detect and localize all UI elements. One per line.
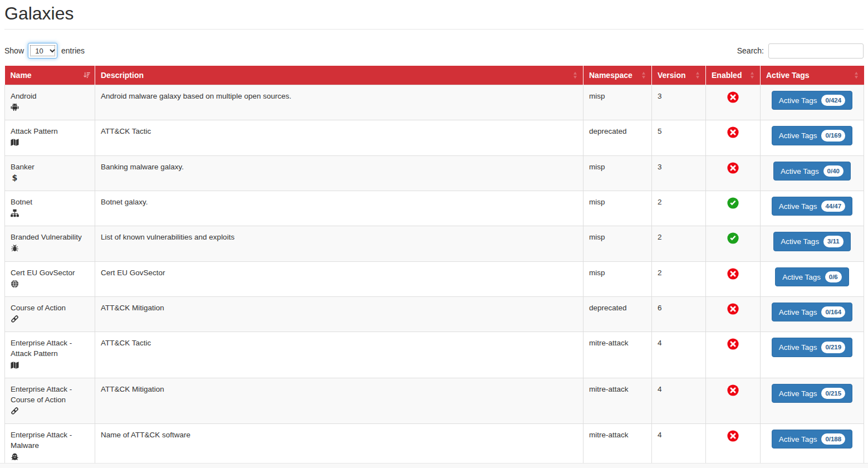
- galaxies-table: Name Description Namespace Version Enabl…: [4, 66, 864, 468]
- active-tags-button[interactable]: Active Tags 0/164: [772, 303, 852, 321]
- map-icon: [11, 138, 19, 147]
- search-control: Search:: [737, 43, 864, 58]
- active-tags-button[interactable]: Active Tags 0/219: [772, 338, 852, 357]
- active-tags-count-badge: 0/219: [821, 342, 845, 353]
- description-cell: ATT&CK Mitigation: [95, 378, 583, 423]
- galaxy-name[interactable]: Banker: [11, 162, 89, 172]
- column-header-enabled[interactable]: Enabled: [706, 66, 761, 85]
- namespace-cell: mitre-attack: [583, 378, 652, 423]
- active-tags-button-label: Active Tags: [779, 131, 820, 140]
- enabled-cell: [706, 85, 761, 120]
- galaxy-name[interactable]: Attack Pattern: [11, 126, 89, 136]
- disabled-cross-icon[interactable]: [727, 91, 739, 103]
- disabled-cross-icon[interactable]: [727, 338, 739, 350]
- namespace-cell: deprecated: [583, 120, 652, 155]
- map-icon: [11, 361, 19, 369]
- column-header-name[interactable]: Name: [5, 66, 95, 85]
- enabled-cell: [706, 424, 761, 468]
- sort-both-icon: [852, 71, 860, 79]
- galaxy-description: ATT&CK Tactic: [101, 127, 151, 135]
- name-cell: Enterprise Attack - Course of Action: [5, 378, 95, 423]
- name-cell: Course of Action: [5, 296, 95, 332]
- disabled-cross-icon[interactable]: [727, 303, 739, 315]
- enabled-cell: [706, 378, 761, 423]
- namespace-cell: mitre-attack: [583, 332, 652, 378]
- column-header-namespace[interactable]: Namespace: [583, 66, 652, 85]
- galaxy-description: ATT&CK Mitigation: [101, 304, 164, 312]
- galaxy-description: ATT&CK Tactic: [101, 339, 151, 347]
- enabled-check-icon[interactable]: [727, 232, 739, 244]
- active-tags-cell: Active Tags 3/11: [761, 226, 864, 261]
- galaxy-namespace: misp: [589, 269, 605, 277]
- galaxy-name[interactable]: Enterprise Attack - Malware: [11, 430, 89, 451]
- namespace-cell: mitre-attack: [583, 424, 652, 468]
- enabled-cell: [706, 191, 761, 226]
- galaxy-namespace: misp: [589, 233, 605, 241]
- sort-both-icon: [748, 71, 756, 79]
- active-tags-cell: Active Tags 0/424: [761, 85, 864, 120]
- description-cell: Botnet galaxy.: [95, 191, 583, 226]
- active-tags-button-label: Active Tags: [782, 273, 823, 281]
- sort-both-icon: [694, 71, 702, 79]
- galaxy-name[interactable]: Botnet: [11, 197, 89, 207]
- globe-icon: [11, 280, 19, 288]
- galaxy-namespace: mitre-attack: [589, 385, 629, 393]
- active-tags-count-badge: 0/424: [821, 95, 845, 106]
- disabled-cross-icon[interactable]: [727, 126, 739, 138]
- active-tags-count-badge: 0/169: [821, 130, 845, 141]
- column-header-version[interactable]: Version: [652, 66, 706, 85]
- disabled-cross-icon[interactable]: [727, 384, 739, 396]
- column-header-active-tags[interactable]: Active Tags: [761, 66, 864, 85]
- namespace-cell: misp: [583, 155, 652, 191]
- enabled-check-icon[interactable]: [727, 197, 739, 209]
- description-cell: ATT&CK Tactic: [95, 332, 583, 378]
- galaxy-version: 2: [658, 269, 662, 277]
- galaxy-description: Name of ATT&CK software: [101, 431, 190, 439]
- bug-icon: [11, 244, 19, 252]
- active-tags-button[interactable]: Active Tags 44/47: [772, 197, 852, 216]
- column-header-label: Active Tags: [766, 71, 810, 80]
- column-header-label: Description: [101, 71, 144, 80]
- galaxy-name[interactable]: Cert EU GovSector: [11, 267, 89, 278]
- disabled-cross-icon[interactable]: [727, 162, 739, 174]
- galaxy-name[interactable]: Enterprise Attack - Course of Action: [11, 384, 89, 405]
- table-header-row: Name Description Namespace Version Enabl…: [5, 66, 864, 85]
- entries-label: entries: [61, 46, 85, 55]
- active-tags-button[interactable]: Active Tags 0/6: [775, 267, 849, 286]
- galaxy-name[interactable]: Course of Action: [11, 303, 89, 313]
- enabled-cell: [706, 155, 761, 191]
- active-tags-cell: Active Tags 0/215: [761, 378, 864, 423]
- galaxy-version: 2: [658, 233, 662, 241]
- active-tags-count-badge: 0/215: [821, 388, 845, 399]
- disabled-cross-icon[interactable]: [727, 268, 739, 280]
- table-row: Cert EU GovSector Cert EU GovSector misp…: [5, 261, 864, 296]
- active-tags-button[interactable]: Active Tags 0/215: [772, 384, 852, 403]
- galaxy-version: 3: [658, 163, 662, 171]
- galaxy-namespace: misp: [589, 163, 605, 171]
- active-tags-count-badge: 44/47: [821, 201, 845, 212]
- column-header-description[interactable]: Description: [95, 66, 583, 85]
- search-label: Search:: [737, 46, 764, 55]
- column-header-label: Namespace: [589, 71, 632, 80]
- search-input[interactable]: [768, 43, 864, 58]
- galaxy-name[interactable]: Branded Vulnerability: [11, 232, 89, 242]
- active-tags-button[interactable]: Active Tags 0/40: [773, 162, 851, 181]
- active-tags-cell: Active Tags 0/219: [761, 332, 864, 378]
- active-tags-button[interactable]: Active Tags 3/11: [773, 232, 850, 251]
- galaxy-name[interactable]: Enterprise Attack - Attack Pattern: [11, 338, 89, 359]
- disabled-cross-icon[interactable]: [727, 430, 739, 442]
- monster-icon: [11, 452, 19, 461]
- galaxy-namespace: deprecated: [589, 127, 627, 135]
- active-tags-button[interactable]: Active Tags 0/169: [772, 126, 852, 145]
- active-tags-cell: Active Tags 0/188: [761, 424, 864, 468]
- table-row: Course of Action ATT&CK Mitigation depre…: [5, 296, 864, 332]
- enabled-cell: [706, 332, 761, 378]
- page-length-select[interactable]: 10: [28, 43, 57, 58]
- sitemap-icon: [11, 209, 19, 217]
- name-cell: Enterprise Attack - Malware: [5, 424, 95, 468]
- active-tags-button[interactable]: Active Tags 0/188: [772, 430, 852, 448]
- active-tags-button[interactable]: Active Tags 0/424: [772, 91, 852, 110]
- active-tags-count-badge: 0/164: [821, 306, 845, 318]
- name-cell: Cert EU GovSector: [5, 261, 95, 296]
- galaxy-name[interactable]: Android: [11, 91, 89, 101]
